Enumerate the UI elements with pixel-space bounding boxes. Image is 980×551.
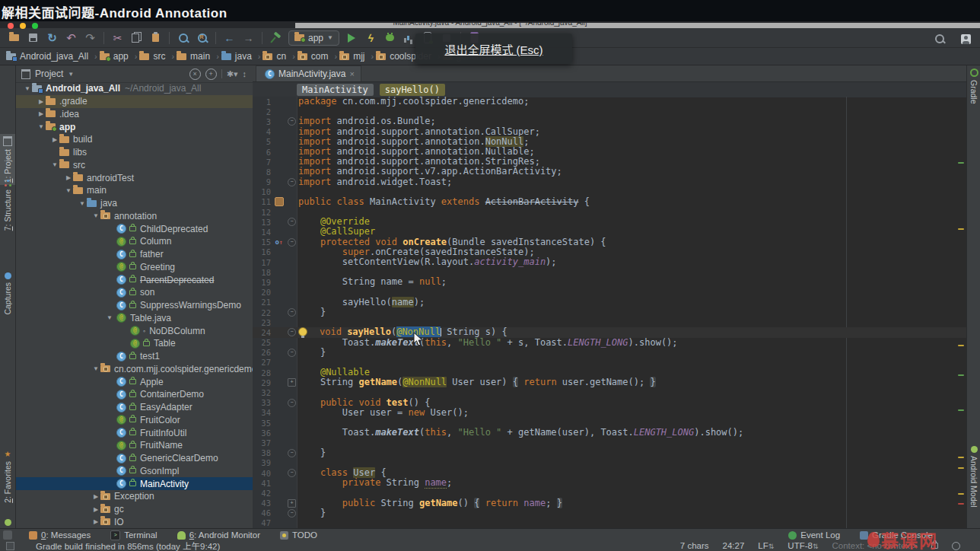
tool-window-switcher-icon[interactable] bbox=[3, 530, 12, 540]
fold-marker-icon[interactable]: − bbox=[288, 308, 296, 317]
tree-arrow-icon[interactable]: ▼ bbox=[64, 187, 73, 194]
tree-item[interactable]: @Greeting bbox=[15, 261, 253, 274]
tree-item[interactable]: ▶.idea bbox=[15, 108, 253, 121]
breadcrumb-item-main[interactable]: main› bbox=[177, 51, 219, 62]
toolbar-run-button[interactable] bbox=[342, 30, 361, 46]
sidebar-item-captures[interactable]: Captures bbox=[0, 272, 15, 315]
fold-marker-icon[interactable]: − bbox=[288, 349, 296, 357]
scroll-mark[interactable] bbox=[958, 457, 964, 458]
code-line[interactable]: 47 bbox=[253, 518, 966, 528]
fold-marker-icon[interactable]: − bbox=[288, 399, 296, 407]
search-everywhere-button[interactable] bbox=[930, 30, 949, 47]
toolbar-eventlog-button[interactable]: Event Log bbox=[788, 530, 840, 540]
tree-item[interactable]: ▼src bbox=[15, 159, 253, 172]
minimize-window-button[interactable] bbox=[20, 23, 26, 29]
toolbar-gradleconsole-button[interactable]: Gradle Console bbox=[860, 530, 933, 540]
tree-item[interactable]: Cson bbox=[15, 286, 253, 299]
tree-arrow-icon[interactable]: ▼ bbox=[91, 212, 100, 219]
close-window-button[interactable] bbox=[8, 23, 14, 29]
toolbar-forward-button[interactable]: → bbox=[239, 30, 258, 46]
tree-arrow-icon[interactable]: ▼ bbox=[37, 123, 46, 130]
locate-file-icon[interactable]: + bbox=[205, 68, 217, 80]
context-chip[interactable]: sayHello() bbox=[380, 84, 445, 96]
code-line[interactable]: 9−import android.widget.Toast; bbox=[253, 177, 966, 187]
toolbar-sync-button[interactable]: ↻ bbox=[43, 30, 62, 46]
fold-marker-icon[interactable]: + bbox=[288, 378, 296, 387]
toolbar-terminal-button[interactable]: >Terminal bbox=[110, 530, 157, 540]
sidebar-item-project[interactable]: 1: Project bbox=[0, 134, 15, 185]
breadcrumb-item-app[interactable]: app› bbox=[100, 51, 138, 62]
tree-arrow-icon[interactable]: ▼ bbox=[105, 314, 114, 321]
fold-marker-icon[interactable]: − bbox=[288, 509, 296, 518]
tree-item[interactable]: ▼java bbox=[15, 197, 253, 210]
toolbar-find-button[interactable] bbox=[173, 30, 192, 46]
code-line[interactable]: 41 private String name; bbox=[253, 478, 966, 488]
tree-item[interactable]: Cfather bbox=[15, 248, 253, 261]
fold-marker-icon[interactable]: + bbox=[288, 499, 296, 508]
tree-item[interactable]: CGenericClearDemo bbox=[15, 452, 253, 465]
toolbar-build-button[interactable] bbox=[266, 30, 285, 46]
scroll-mark[interactable] bbox=[958, 493, 964, 495]
tree-item[interactable]: CParentDeprecated bbox=[15, 273, 253, 286]
code-line[interactable]: 29+ String getName(@NonNull User user) {… bbox=[253, 377, 966, 387]
tree-item[interactable]: CSuppressWarningsDemo bbox=[15, 299, 253, 312]
lock-icon[interactable] bbox=[931, 543, 938, 549]
context-chip[interactable]: MainActivity bbox=[297, 84, 374, 96]
code-line[interactable]: 34 User user = new User(); bbox=[253, 408, 966, 418]
tree-item[interactable]: CMainActivity bbox=[15, 477, 253, 490]
tree-arrow-icon[interactable]: ▶ bbox=[91, 506, 100, 513]
toolbar-undo-button[interactable]: ↶ bbox=[62, 30, 81, 46]
tree-arrow-icon[interactable]: ▼ bbox=[91, 365, 100, 372]
toolbar-cut-button[interactable]: ✂ bbox=[108, 30, 127, 46]
run-config-select[interactable]: app▼ bbox=[288, 30, 339, 46]
fold-marker-icon[interactable]: − bbox=[288, 238, 296, 247]
code-line[interactable]: 21 sayHello(name); bbox=[253, 298, 966, 307]
tree-arrow-icon[interactable]: ▼ bbox=[23, 85, 32, 92]
sidebar-item-favorites[interactable]: ★2: Favorites bbox=[0, 451, 15, 503]
scroll-mark[interactable] bbox=[958, 345, 964, 346]
chevron-down-icon[interactable]: ▼ bbox=[68, 71, 74, 78]
tree-arrow-icon[interactable]: ▶ bbox=[37, 98, 46, 105]
tree-item[interactable]: CChildDeprecated bbox=[15, 222, 253, 235]
code-line[interactable]: 36 Toast.makeText(this, "Hello " + getNa… bbox=[253, 428, 966, 438]
tree-item[interactable]: ▶build bbox=[15, 133, 253, 146]
tree-item[interactable]: ▼@Table.java bbox=[15, 312, 253, 325]
user-account-button[interactable] bbox=[956, 30, 975, 47]
tree-arrow-icon[interactable]: ▶ bbox=[50, 136, 59, 143]
tree-item[interactable]: libs bbox=[15, 146, 253, 159]
intention-bulb-icon[interactable] bbox=[298, 327, 307, 336]
tree-item[interactable]: CApple bbox=[15, 375, 253, 388]
code-editor[interactable]: 1package cn.com.mjj.coolspider.genericde… bbox=[253, 97, 966, 528]
code-line[interactable]: 38− } bbox=[253, 448, 966, 458]
code-line[interactable]: 43+ public String getName() { return nam… bbox=[253, 498, 966, 508]
settings-gear-icon[interactable]: ✱▾ bbox=[227, 69, 238, 79]
zoom-window-button[interactable] bbox=[32, 23, 38, 29]
toolbar-save-button[interactable] bbox=[24, 30, 43, 46]
fold-marker-icon[interactable]: − bbox=[288, 117, 296, 126]
toolbar-copy-button[interactable] bbox=[127, 30, 146, 46]
close-icon[interactable]: × bbox=[349, 69, 354, 78]
tab-mainactivity[interactable]: C MainActivity.java × bbox=[256, 65, 361, 81]
tree-arrow-icon[interactable]: ▼ bbox=[78, 200, 87, 207]
toolbar-androidmonitor-button[interactable]: 6: Android Monitor bbox=[177, 530, 260, 540]
tree-item[interactable]: @FruitColor bbox=[15, 414, 253, 427]
tree-item[interactable]: ▶IO bbox=[15, 516, 253, 529]
code-line[interactable]: 37 bbox=[253, 438, 966, 447]
fullscreen-exit-notification[interactable]: 退出全屏模式 (Esc) bbox=[415, 33, 572, 64]
tree-item[interactable]: ▼annotation bbox=[15, 210, 253, 223]
tree-arrow-icon[interactable]: ▶ bbox=[64, 174, 73, 181]
code-line[interactable]: 19 String name = null; bbox=[253, 277, 966, 287]
tree-item[interactable]: ▶androidTest bbox=[15, 171, 253, 184]
tree-item[interactable]: ▼main bbox=[15, 184, 253, 197]
tree-item[interactable]: @◦NoDBColumn bbox=[15, 324, 253, 337]
highlight-level-icon[interactable] bbox=[952, 542, 960, 550]
status-segment[interactable]: 24:27 bbox=[723, 541, 745, 550]
code-line[interactable]: 25 Toast.makeText(this, "Hello " + s, To… bbox=[253, 338, 966, 348]
fold-marker-icon[interactable]: − bbox=[288, 178, 296, 186]
status-segment[interactable]: Context: <no context> bbox=[832, 541, 918, 550]
tree-item[interactable]: CGsonImpl bbox=[15, 465, 253, 478]
code-line[interactable]: 11public class MainActivity extends Acti… bbox=[253, 197, 966, 207]
toolbar-messages-button[interactable]: 0: Messages bbox=[29, 530, 91, 540]
breadcrumb-item-com[interactable]: com› bbox=[298, 51, 337, 62]
tree-item[interactable]: CFruitInfoUtil bbox=[15, 426, 253, 439]
